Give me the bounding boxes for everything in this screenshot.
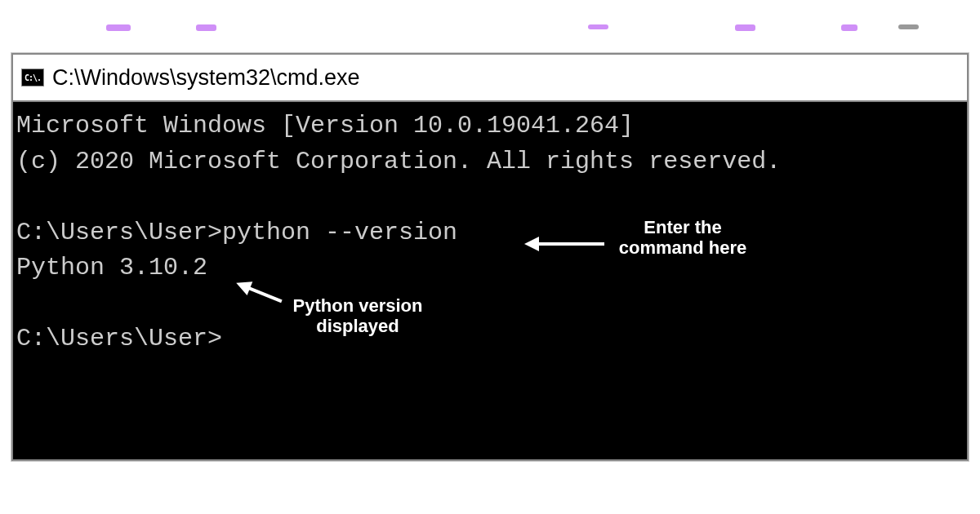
cmd-window: C:\. C:\Windows\system32\cmd.exe Microso… (11, 53, 969, 461)
terminal-output[interactable]: Microsoft Windows [Version 10.0.19041.26… (13, 102, 967, 459)
arrow-icon (537, 242, 604, 246)
banner-line-2: (c) 2020 Microsoft Corporation. All righ… (16, 144, 964, 180)
command-line-1: C:\Users\User>python --version (16, 215, 964, 251)
window-title: C:\Windows\system32\cmd.exe (52, 65, 360, 91)
prompt-1: C:\Users\User> (16, 219, 222, 246)
banner-line-1: Microsoft Windows [Version 10.0.19041.26… (16, 109, 964, 144)
cmd-icon: C:\. (21, 69, 44, 86)
titlebar[interactable]: C:\. C:\Windows\system32\cmd.exe (13, 55, 967, 102)
command-output: Python 3.10.2 (16, 250, 964, 286)
entered-command: python --version (222, 219, 457, 246)
arrow-head-icon (524, 237, 539, 251)
prompt-2: C:\Users\User> (16, 321, 964, 357)
cmd-icon-glyph: C:\. (24, 73, 41, 82)
